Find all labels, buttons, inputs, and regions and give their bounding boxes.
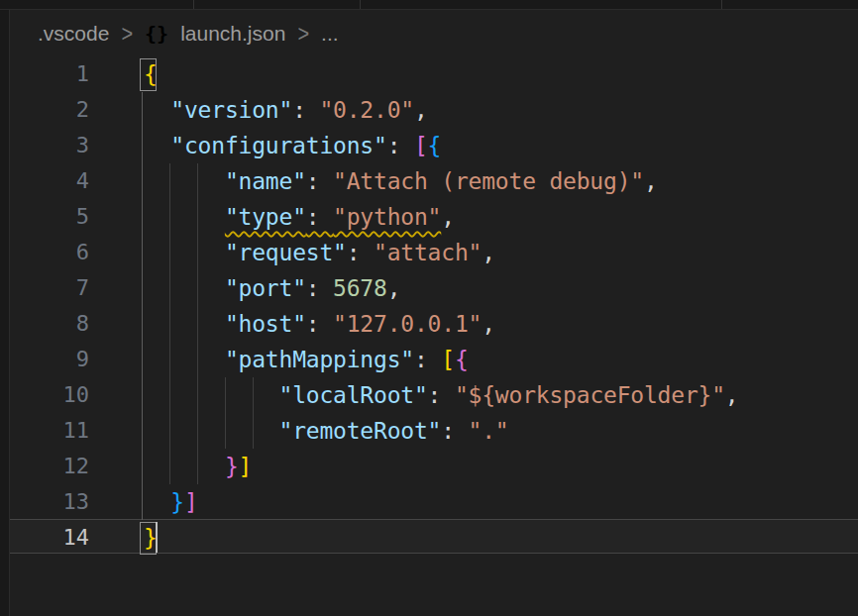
code-token <box>144 240 225 265</box>
code-token: "host" <box>225 311 306 337</box>
code-token: "0.2.0" <box>319 97 414 123</box>
line-number[interactable]: 13 <box>0 484 89 520</box>
code-token <box>144 311 225 337</box>
code-token <box>144 418 278 444</box>
tab-divider <box>721 0 722 9</box>
code-token: , <box>441 204 455 230</box>
code-line[interactable]: 14} <box>0 520 858 556</box>
code-line[interactable]: 2 "version": "0.2.0", <box>0 92 858 128</box>
code-text: }] <box>144 449 252 484</box>
code-token: : <box>306 275 333 301</box>
line-number[interactable]: 1 <box>0 56 89 92</box>
line-number[interactable]: 12 <box>0 449 89 484</box>
editor-left-border <box>0 10 10 616</box>
code-line[interactable]: 11 "remoteRoot": "." <box>0 413 858 449</box>
code-token <box>144 168 225 194</box>
line-number[interactable]: 8 <box>0 306 89 342</box>
line-number[interactable]: 3 <box>0 128 89 163</box>
code-token: , <box>387 275 401 301</box>
breadcrumb: .vscode > {} launch.json > ... <box>38 19 339 49</box>
json-braces-icon: {} <box>145 22 168 46</box>
code-line[interactable]: 3 "configurations": [{ <box>0 128 858 163</box>
code-text: "port": 5678, <box>144 270 400 306</box>
code-line[interactable]: 13 }] <box>0 484 858 520</box>
line-number[interactable]: 2 <box>0 92 89 128</box>
code-text: }] <box>144 484 198 520</box>
code-token <box>144 454 225 479</box>
code-token: , <box>644 168 658 194</box>
code-token: , <box>414 97 428 123</box>
code-token: : <box>428 382 455 408</box>
breadcrumb-symbol-ellipsis[interactable]: ... <box>321 22 339 46</box>
code-token: : <box>441 418 468 444</box>
code-token: "Attach (remote debug)" <box>333 168 644 194</box>
code-token: ] <box>239 454 253 479</box>
code-token: , <box>725 382 739 408</box>
code-token: } <box>225 454 239 479</box>
line-number[interactable]: 5 <box>0 199 89 235</box>
chevron-right-icon: > <box>121 21 133 47</box>
code-token: "attach" <box>374 240 482 265</box>
code-text: "host": "127.0.0.1", <box>144 306 495 342</box>
line-number[interactable]: 14 <box>0 520 89 556</box>
tab-divider <box>360 0 361 9</box>
code-token: [ <box>441 347 455 372</box>
code-token: { <box>428 133 442 158</box>
breadcrumb-folder[interactable]: .vscode <box>38 22 109 46</box>
line-number[interactable]: 11 <box>0 413 89 449</box>
code-token: "type" <box>225 204 306 230</box>
line-number[interactable]: 9 <box>0 342 89 377</box>
code-text: "version": "0.2.0", <box>144 92 428 128</box>
chevron-right-icon: > <box>297 21 309 47</box>
code-lines[interactable]: 1{2 "version": "0.2.0",3 "configurations… <box>0 56 858 556</box>
code-token: , <box>482 311 495 337</box>
text-cursor <box>156 522 158 553</box>
tab-divider <box>193 0 194 9</box>
code-text: "remoteRoot": "." <box>144 413 509 449</box>
code-token: "localRoot" <box>278 382 427 408</box>
code-line[interactable]: 5 "type": "python", <box>0 199 858 235</box>
code-token <box>144 275 225 301</box>
code-token: "127.0.0.1" <box>333 311 482 337</box>
code-token: "remoteRoot" <box>278 418 441 444</box>
code-token: : <box>306 168 333 194</box>
line-number[interactable]: 6 <box>0 235 89 270</box>
code-token <box>144 133 170 158</box>
vscode-editor-pane: .vscode > {} launch.json > ... 1{2 "vers… <box>0 0 858 616</box>
code-text: "localRoot": "${workspaceFolder}", <box>144 377 739 413</box>
code-line[interactable]: 9 "pathMappings": [{ <box>0 342 858 377</box>
code-token: : <box>306 204 333 230</box>
code-line[interactable]: 1{ <box>0 56 858 92</box>
bracket-match-box-open <box>140 58 157 91</box>
code-token: "name" <box>225 168 306 194</box>
code-line[interactable]: 7 "port": 5678, <box>0 270 858 306</box>
code-text: "type": "python", <box>144 199 455 235</box>
code-token: : <box>347 240 374 265</box>
code-token: "pathMappings" <box>225 347 414 372</box>
line-number[interactable]: 4 <box>0 163 89 199</box>
code-token: : <box>414 347 441 372</box>
code-token: : <box>292 97 319 123</box>
code-text: "request": "attach", <box>144 235 495 270</box>
code-token <box>144 489 170 515</box>
code-line[interactable]: 12 }] <box>0 449 858 484</box>
code-token <box>144 382 278 408</box>
line-number[interactable]: 10 <box>0 377 89 413</box>
code-token: "version" <box>170 97 292 123</box>
line-number[interactable]: 7 <box>0 270 89 306</box>
code-line[interactable]: 8 "host": "127.0.0.1", <box>0 306 858 342</box>
code-line[interactable]: 4 "name": "Attach (remote debug)", <box>0 163 858 199</box>
code-token: "${workspaceFolder}" <box>455 382 725 408</box>
code-token <box>144 204 225 230</box>
code-token: ] <box>184 489 198 515</box>
code-token <box>144 97 170 123</box>
code-line[interactable]: 10 "localRoot": "${workspaceFolder}", <box>0 377 858 413</box>
breadcrumb-file[interactable]: launch.json <box>180 22 285 46</box>
code-token: [ <box>414 133 428 158</box>
code-line[interactable]: 6 "request": "attach", <box>0 235 858 270</box>
code-token: : <box>387 133 414 158</box>
code-token: "configurations" <box>170 133 386 158</box>
code-text: "configurations": [{ <box>144 128 441 163</box>
tab-bar-strip <box>0 0 858 10</box>
code-token: } <box>170 489 184 515</box>
